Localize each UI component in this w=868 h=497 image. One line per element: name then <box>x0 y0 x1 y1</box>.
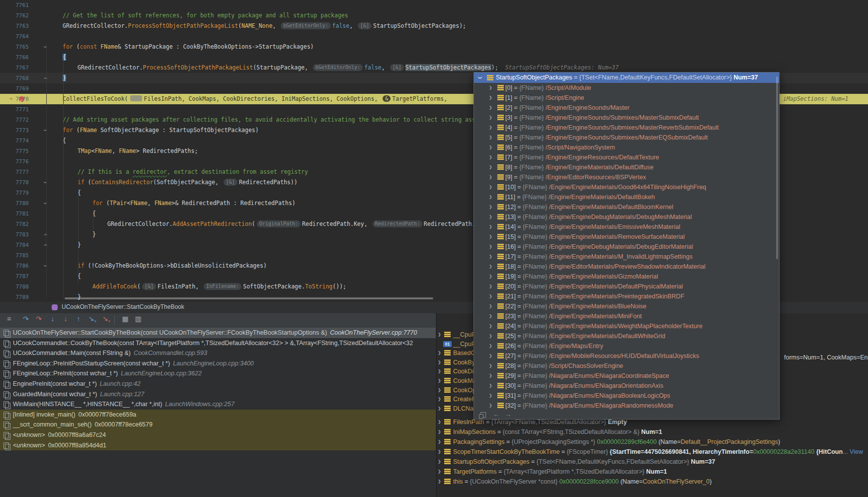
array-item-row[interactable]: ❯[10] = {FName} /Engine/EngineMaterials/… <box>474 182 779 192</box>
array-item-row[interactable]: ❯[6] = {FName} /Script/NavigationSystem <box>474 142 779 152</box>
code-line[interactable]: 7765❯for (const FName& StartupPackage : … <box>0 42 868 52</box>
chevron-right-icon[interactable]: ❯ <box>438 330 441 340</box>
chevron-right-icon[interactable]: ❯ <box>489 192 492 202</box>
view-link[interactable]: View <box>850 448 863 455</box>
chevron-right-icon[interactable]: ❯ <box>489 341 492 351</box>
chevron-right-icon[interactable]: ❯ <box>489 133 492 142</box>
stack-frame[interactable]: UCookCommandlet::Main(const FString &)Co… <box>0 348 436 358</box>
variable-row[interactable]: ❯StartupSoftObjectPackages = {TSet<FName… <box>437 457 715 467</box>
array-item-row[interactable]: ❯[23] = {FName} /Engine/EngineMaterials/… <box>474 311 779 321</box>
chevron-right-icon[interactable]: ❯ <box>489 401 492 411</box>
chevron-right-icon[interactable]: ❯ <box>489 172 492 182</box>
chevron-right-icon[interactable]: ❯ <box>489 162 492 172</box>
stack-frame[interactable]: WinMain(HINSTANCE__ *,HINSTANCE__ *,char… <box>0 399 436 410</box>
line-number[interactable]: 7769 <box>0 83 29 94</box>
stack-frame[interactable]: <unknown>0x00007ff8a6a67c24 <box>0 430 436 440</box>
chevron-right-icon[interactable]: ❯ <box>489 301 492 311</box>
stack-frame[interactable]: GuardedMain(const wchar_t *)Launch.cpp:1… <box>0 389 436 400</box>
layout-settings-icon[interactable]: ▥ <box>133 315 143 323</box>
horizontal-scrollbar[interactable] <box>65 297 433 299</box>
chevron-right-icon[interactable]: ❯ <box>489 202 492 212</box>
array-item-row[interactable]: ❯[9] = {FName} /Engine/EditorResources/B… <box>474 172 779 182</box>
fold-close-icon[interactable]: ❯ <box>40 232 51 237</box>
array-item-row[interactable]: ❯[32] = {FName} /Niagara/Enums/ENiagaraR… <box>474 401 779 411</box>
popup-header-row[interactable]: ❯ StartupSoftObjectPackages = {TSet<FNam… <box>474 72 779 83</box>
chevron-right-icon[interactable]: ❯ <box>489 152 492 162</box>
line-number[interactable]: 7788 <box>0 282 29 292</box>
line-number[interactable]: 7762 <box>0 10 29 21</box>
code-line[interactable]: 7761 <box>0 0 868 10</box>
line-number[interactable]: 7785 <box>0 250 29 261</box>
array-item-row[interactable]: ❯[31] = {FName} /Niagara/Enums/ENiagaraB… <box>474 391 779 401</box>
chevron-right-icon[interactable]: ❯ <box>489 361 492 371</box>
chevron-right-icon[interactable]: ❯ <box>438 437 441 447</box>
run-to-cursor-icon[interactable]: ➘x <box>87 315 97 323</box>
step-out-icon[interactable]: ↑ <box>74 315 83 323</box>
chevron-right-icon[interactable]: ❯ <box>438 385 441 395</box>
stack-frame[interactable]: <unknown>0x00007ff8a854d4d1 <box>0 440 436 451</box>
evaluate-expression-icon[interactable]: ▦ <box>120 315 130 323</box>
line-number[interactable]: 7778 <box>0 177 29 188</box>
code-line[interactable]: 7763GRedirectCollector.ProcessSoftObject… <box>0 21 868 31</box>
array-item-row[interactable]: ❯[22] = {FName} /Engine/EngineMaterials/… <box>474 301 779 311</box>
array-item-row[interactable]: ❯[30] = {FName} /Niagara/Enums/ENiagaraO… <box>474 381 779 391</box>
chevron-right-icon[interactable]: ❯ <box>489 331 492 341</box>
chevron-right-icon[interactable]: ❯ <box>438 404 441 414</box>
line-number[interactable]: 7777 <box>0 167 29 177</box>
menu-icon[interactable]: ≡ <box>4 315 14 323</box>
array-item-row[interactable]: ❯[28] = {FName} /Script/ChaosSolverEngin… <box>474 361 779 371</box>
chevron-right-icon[interactable]: ❯ <box>489 282 492 291</box>
chevron-right-icon[interactable]: ❯ <box>438 477 441 487</box>
line-number[interactable]: 7789 <box>0 292 29 302</box>
line-number[interactable]: 7787 <box>0 271 29 282</box>
chevron-right-icon[interactable]: ❯ <box>438 376 441 386</box>
array-item-row[interactable]: ❯[7] = {FName} /Engine/EngineResources/D… <box>474 152 779 162</box>
chevron-right-icon[interactable]: ❯ <box>489 232 492 242</box>
variable-row[interactable]: ❯this = {UCookOnTheFlyServer *const} 0x0… <box>437 477 711 487</box>
chevron-right-icon[interactable]: ❯ <box>489 212 492 222</box>
chevron-right-icon[interactable]: ❯ <box>489 123 492 133</box>
variable-row[interactable]: ❯CookMa <box>437 376 476 386</box>
chevron-right-icon[interactable]: ❯ <box>489 371 492 381</box>
line-number[interactable]: 7775 <box>0 146 29 156</box>
chevron-right-icon[interactable]: ❯ <box>489 222 492 232</box>
chevron-right-icon[interactable]: ❯ <box>438 348 441 358</box>
stack-frame[interactable]: FEngineLoop::PreInitPostStartupScreen(co… <box>0 358 436 369</box>
variable-row[interactable]: ❯__CpuPr <box>437 330 477 340</box>
line-number[interactable]: 7766 <box>0 52 29 63</box>
chevron-right-icon[interactable]: ❯ <box>438 417 441 427</box>
code-line[interactable]: 7764 <box>0 31 868 42</box>
popup-scrollbar[interactable] <box>776 76 778 259</box>
line-number[interactable]: 7772 <box>0 115 29 125</box>
back-arrow-icon[interactable]: ← <box>493 411 499 418</box>
line-number[interactable]: 7761 <box>0 0 29 10</box>
step-into-icon[interactable]: ↓ <box>48 315 58 323</box>
variable-row[interactable]: ❯IniMapSections = {const TArray<FString,… <box>437 427 662 437</box>
fold-open-icon[interactable]: ❯ <box>40 128 51 133</box>
line-number[interactable]: 7780 <box>0 198 29 209</box>
line-number[interactable]: 7773 <box>0 125 29 136</box>
array-item-row[interactable]: ❯[4] = {FName} /Engine/EngineSounds/Subm… <box>474 123 779 133</box>
array-item-row[interactable]: ❯[25] = {FName} /Engine/EngineMaterials/… <box>474 331 779 341</box>
array-item-row[interactable]: ❯[5] = {FName} /Engine/EngineSounds/Subm… <box>474 133 779 142</box>
line-number[interactable]: 7786 <box>0 261 29 271</box>
debug-value-popup[interactable]: ❯ StartupSoftObjectPackages = {TSet<FNam… <box>473 72 780 420</box>
line-number[interactable]: 7784 <box>0 240 29 250</box>
chevron-right-icon[interactable]: ❯ <box>489 391 492 401</box>
fold-open-icon[interactable]: ❯ <box>40 264 51 269</box>
stack-frame[interactable]: UCookOnTheFlyServer::StartCookByTheBook(… <box>0 328 436 338</box>
line-number[interactable]: 7779 <box>0 188 29 198</box>
array-item-row[interactable]: ❯[0] = {FName} /Script/AIModule <box>474 83 779 93</box>
variable-row[interactable]: ❯CreateR <box>437 394 476 404</box>
array-item-row[interactable]: ❯[27] = {FName} /Engine/MobileResources/… <box>474 351 779 361</box>
fold-open-icon[interactable]: ❯ <box>40 201 51 206</box>
breakpoint-icon[interactable] <box>19 96 24 102</box>
line-number[interactable]: 7768 <box>0 73 29 83</box>
line-number[interactable]: 7770 <box>0 94 29 104</box>
chevron-right-icon[interactable]: ❯ <box>438 366 441 376</box>
variable-row[interactable]: ❯CookBy <box>437 357 475 367</box>
step-over-icon[interactable]: ↷ <box>21 315 31 323</box>
forward-arrow-icon[interactable]: → <box>505 411 511 418</box>
variable-row[interactable]: ❯PackagingSettings = {UProjectPackagingS… <box>437 437 780 447</box>
line-number[interactable]: 7782 <box>0 219 29 229</box>
